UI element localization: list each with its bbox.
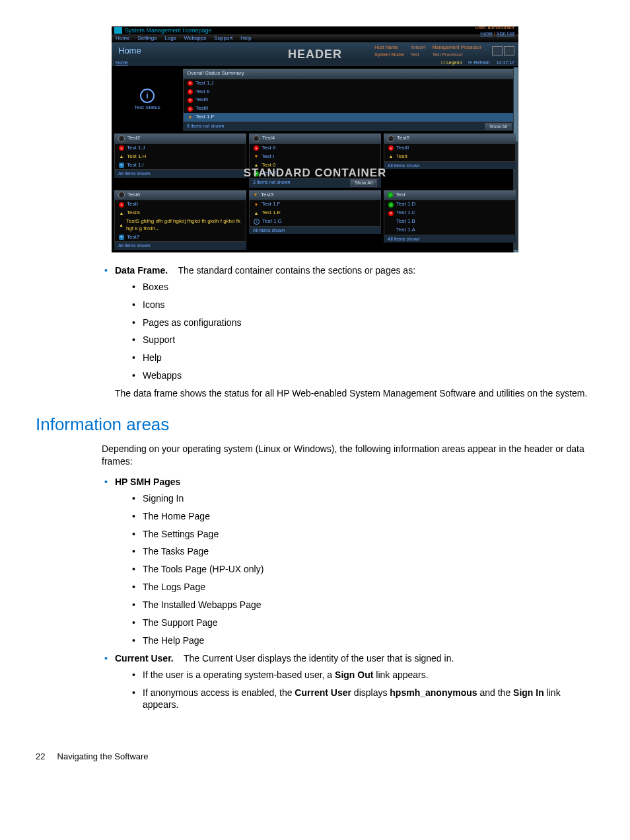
grid-item[interactable]: Test I	[250, 153, 380, 161]
panel-title: Test2	[127, 135, 140, 142]
list-item: Pages as configurations	[129, 317, 594, 329]
menu-settings[interactable]: Settings	[137, 35, 157, 42]
grid-item[interactable]: Test 1.G	[250, 217, 380, 226]
list-item: The Tasks Page	[129, 545, 594, 558]
test-status-label: Test Status	[134, 104, 160, 112]
grid-item[interactable]: Test 1.I	[115, 161, 246, 170]
item-label: TestI	[127, 201, 138, 208]
section-heading: Information areas	[36, 413, 594, 436]
grid-item[interactable]: TestI	[115, 200, 246, 209]
panel-header[interactable]: Test6	[114, 190, 246, 200]
menu-help[interactable]: Help	[240, 35, 251, 42]
panel-footer-text: All items shown	[253, 227, 285, 233]
item-label: TestII	[396, 145, 409, 152]
status-icon	[254, 154, 259, 159]
item-label: Test 1.B	[396, 218, 415, 225]
grid-item[interactable]: Test 1.D	[384, 200, 515, 209]
panel-title: Test6	[127, 192, 140, 199]
item-label: Test 1.D	[396, 201, 415, 208]
grid-item[interactable]: TestII	[384, 144, 515, 153]
view-toggle[interactable]	[488, 46, 518, 56]
grid-panel: TestTest 1.DTest 1.CTest 1.BTest 1.AAll …	[384, 190, 516, 250]
grid-item[interactable]: TestS	[115, 209, 246, 217]
status-icon	[254, 202, 259, 208]
item-label: Test 1.F	[195, 114, 214, 121]
panel-header[interactable]: Test4	[249, 134, 381, 143]
grid-item[interactable]: TestS gfdhg dfh gdf hgkdj fhgkd fh gkdh …	[115, 217, 246, 233]
data-frame-item: Data Frame. The standard container conta…	[102, 264, 594, 400]
view-list-icon[interactable]	[504, 46, 514, 56]
grid-item[interactable]: Test 1.J	[115, 144, 246, 153]
document-body: Data Frame. The standard container conta…	[102, 264, 594, 400]
status-icon	[119, 154, 124, 159]
container-overlay-label: STANDARD CONTAINER	[244, 166, 387, 181]
data-frame-term: Data Frame.	[115, 265, 168, 276]
page-footer: 22 Navigating the Software	[36, 751, 594, 763]
legend-link[interactable]: ☐ Legend	[441, 59, 462, 65]
grid-item[interactable]: Test 1.A	[384, 226, 515, 235]
list-item: Webapps	[129, 369, 594, 382]
list-item: The Help Page	[129, 634, 594, 647]
item-label: Test 1.A	[396, 227, 415, 234]
current-user-item: Current User. The Current User displays …	[102, 652, 594, 712]
home-link[interactable]: Home	[480, 31, 493, 36]
panel-header: Overall Status Summary	[183, 69, 516, 79]
status-icon	[188, 106, 193, 112]
item-label: TestII	[195, 105, 208, 112]
item-label: Test 1.E	[262, 210, 281, 217]
section-body: Depending on your operating system (Linu…	[102, 443, 594, 711]
sign-out-link[interactable]: Sign Out	[497, 31, 514, 36]
summary-item[interactable]: TestII	[184, 96, 515, 104]
show-all-button[interactable]: Show All	[485, 123, 512, 130]
item-label: TestS gfdhg dfh gdf hgkdj fhgkd fh gkdh …	[126, 218, 242, 233]
current-user-label: User: administrator	[475, 25, 514, 30]
footer-title: Navigating the Software	[57, 751, 149, 761]
status-icon	[119, 145, 124, 151]
menu-support[interactable]: Support	[214, 35, 232, 42]
grid-item[interactable]: Test 1.B	[384, 217, 515, 226]
header-overlay-label: HEADER	[288, 46, 342, 62]
summary-item[interactable]: Test II	[184, 88, 515, 96]
item-label: Test 1.J	[195, 80, 214, 87]
host-info: Host Namertxtest4 Management Processor S…	[370, 43, 488, 59]
breadcrumb[interactable]: Home	[116, 59, 128, 65]
status-icon	[118, 192, 125, 198]
status-icon	[254, 211, 259, 216]
panel-header[interactable]: Test	[384, 190, 516, 200]
status-icon	[118, 135, 125, 142]
menu-logs[interactable]: Logs	[164, 35, 176, 42]
smh-screenshot: System Management Homepage User: adminis…	[112, 26, 518, 252]
panel-title: Test5	[397, 135, 409, 142]
view-grid-icon[interactable]	[492, 46, 503, 56]
status-icon	[388, 145, 394, 151]
item-label: Test II	[262, 145, 275, 152]
panel-title: Test4	[262, 135, 275, 142]
grid-item[interactable]: Test 1.F	[250, 200, 380, 209]
grid-item[interactable]: Test II	[250, 144, 380, 153]
status-icon	[253, 135, 260, 142]
summary-item[interactable]: Test 1.J	[184, 79, 515, 88]
panel-header[interactable]: Test3	[249, 190, 381, 200]
grid-item[interactable]: Test 1.H	[115, 153, 246, 161]
grid-item[interactable]: Test 1.E	[250, 209, 380, 217]
list-item: The Home Page	[129, 510, 594, 523]
menu-home[interactable]: Home	[116, 35, 129, 42]
smh-window: System Management Homepage User: adminis…	[112, 26, 518, 252]
panel-header[interactable]: Test5	[384, 134, 516, 143]
item-label: Test 1.H	[127, 153, 146, 161]
summary-item[interactable]: TestII	[184, 104, 515, 113]
page-number: 22	[36, 751, 45, 761]
status-icon	[253, 192, 258, 198]
data-frame-text: The standard container contains the sect…	[178, 265, 415, 276]
panel-header[interactable]: Test2	[114, 134, 246, 143]
grid-item[interactable]: TestI	[384, 153, 515, 161]
panel-footer-text: All items shown	[118, 171, 151, 176]
grid-item[interactable]: Test7	[115, 233, 246, 242]
menu-webapps[interactable]: Webapps	[184, 35, 207, 42]
list-item: The Installed Webapps Page	[129, 599, 594, 611]
refresh-link[interactable]: ⟳ Refresh	[468, 59, 489, 65]
grid-item[interactable]: Test 1.C	[384, 209, 515, 217]
summary-item[interactable]: Test 1.F	[184, 113, 515, 122]
status-icon	[388, 219, 394, 224]
item-label: TestII	[195, 96, 208, 104]
